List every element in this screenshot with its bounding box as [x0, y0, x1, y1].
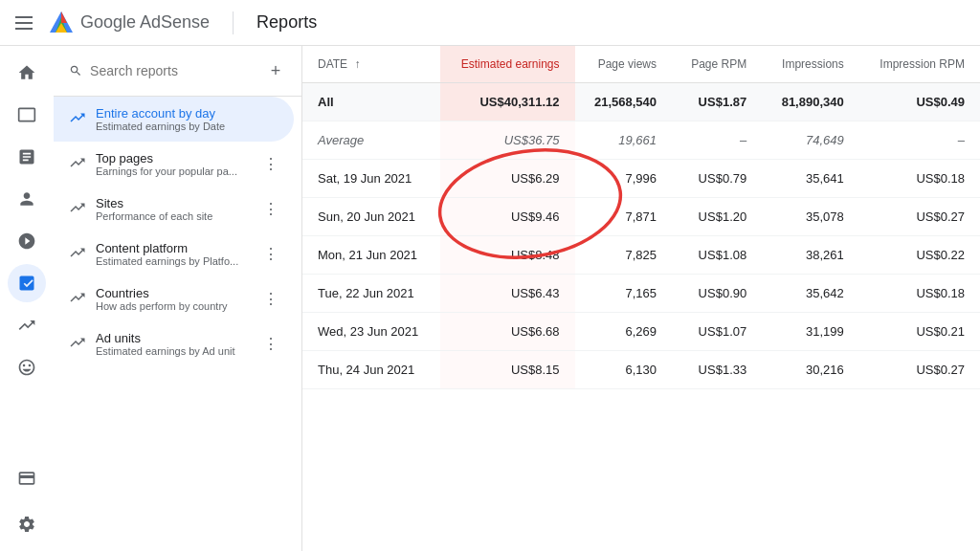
sidebar-item-text-countries: Countries How ads perform by country	[96, 286, 254, 312]
search-input[interactable]	[90, 63, 257, 78]
nav-content-icon[interactable]	[8, 138, 46, 176]
nav-block-icon[interactable]	[8, 222, 46, 260]
sidebar-item-title-sites: Sites	[96, 196, 254, 210]
sidebar-item-icon-countries	[69, 289, 86, 310]
cell-impression_rpm: US$0.27	[859, 351, 980, 389]
sidebar-item-menu-top-pages[interactable]: ⋮	[263, 155, 278, 173]
cell-impressions: 31,199	[762, 313, 859, 351]
nav-settings-icon[interactable]	[8, 505, 46, 543]
col-header-impression_rpm[interactable]: Impression RPM	[859, 46, 980, 83]
page-title: Reports	[256, 12, 317, 33]
col-header-page_views[interactable]: Page views	[575, 46, 673, 83]
cell-estimated_earnings: US$6.43	[440, 275, 575, 313]
nav-display-icon[interactable]	[8, 96, 46, 134]
table-row: AverageUS$36.7519,661–74,649–	[302, 121, 980, 160]
sidebar-item-top-pages[interactable]: Top pages Earnings for your popular pa..…	[54, 142, 294, 187]
cell-impression_rpm: US$0.18	[859, 275, 980, 313]
cell-date: Thu, 24 Jun 2021	[302, 351, 440, 389]
col-header-date[interactable]: DATE ↑	[302, 46, 440, 83]
app-header: Google AdSense Reports	[0, 0, 980, 46]
cell-estimated_earnings: US$6.68	[440, 313, 575, 351]
logo: Google AdSense	[48, 10, 210, 36]
sidebar-item-entire-account[interactable]: Entire account by day Estimated earnings…	[54, 97, 294, 142]
sidebar-item-icon-sites	[69, 199, 86, 220]
cell-estimated_earnings: US$6.29	[440, 160, 575, 198]
logo-text: Google AdSense	[80, 12, 210, 33]
nav-optimization-icon[interactable]	[8, 348, 46, 386]
cell-impression_rpm: US$0.27	[859, 198, 980, 236]
cell-page_rpm: US$1.08	[672, 236, 762, 275]
table-row: Thu, 24 Jun 2021US$8.156,130US$1.3330,21…	[302, 351, 980, 389]
sidebar-search-container: +	[54, 46, 301, 97]
cell-page_views: 7,825	[575, 236, 673, 275]
table-body: AllUS$40,311.1221,568,540US$1.8781,890,3…	[302, 83, 980, 389]
cell-page_rpm: US$1.87	[672, 83, 762, 121]
cell-impressions: 30,216	[762, 351, 859, 389]
nav-people-icon[interactable]	[8, 180, 46, 218]
sidebar: + Entire account by day Estimated earnin…	[54, 46, 302, 551]
sidebar-item-text-sites: Sites Performance of each site	[96, 196, 254, 222]
cell-impression_rpm: –	[859, 121, 980, 160]
col-header-impressions[interactable]: Impressions	[762, 46, 859, 83]
cell-estimated_earnings: US$40,311.12	[440, 83, 575, 121]
nav-payments-icon[interactable]	[8, 459, 46, 497]
cell-impressions: 81,890,340	[762, 83, 859, 121]
cell-estimated_earnings: US$9.46	[440, 198, 575, 236]
menu-icon[interactable]	[15, 16, 33, 30]
table-row: AllUS$40,311.1221,568,540US$1.8781,890,3…	[302, 83, 980, 121]
nav-home-icon[interactable]	[8, 54, 46, 92]
cell-impression_rpm: US$0.22	[859, 236, 980, 275]
cell-date: Sun, 20 Jun 2021	[302, 198, 440, 236]
table-row: Tue, 22 Jun 2021US$6.437,165US$0.9035,64…	[302, 275, 980, 313]
cell-page_rpm: –	[672, 121, 762, 160]
cell-page_views: 6,130	[575, 351, 673, 389]
sidebar-item-sites[interactable]: Sites Performance of each site ⋮	[54, 187, 294, 231]
cell-impression_rpm: US$0.21	[859, 313, 980, 351]
sidebar-item-sub-sites: Performance of each site	[96, 210, 254, 222]
nav-trending-icon[interactable]	[8, 306, 46, 344]
cell-impressions: 35,642	[762, 275, 859, 313]
table-row: Wed, 23 Jun 2021US$6.686,269US$1.0731,19…	[302, 313, 980, 351]
sidebar-item-title-content-platform: Content platform	[96, 241, 254, 255]
cell-impressions: 35,078	[762, 198, 859, 236]
nav-reports-icon[interactable]	[8, 264, 46, 302]
cell-date: Tue, 22 Jun 2021	[302, 275, 440, 313]
cell-estimated_earnings: US$8.15	[440, 351, 575, 389]
table-row: Sun, 20 Jun 2021US$9.467,871US$1.2035,07…	[302, 198, 980, 236]
add-report-button[interactable]: +	[265, 57, 286, 84]
cell-impressions: 74,649	[762, 121, 859, 160]
search-icon	[69, 62, 82, 79]
sidebar-item-menu-ad-units[interactable]: ⋮	[263, 335, 278, 353]
sidebar-item-menu-countries[interactable]: ⋮	[263, 290, 278, 308]
cell-page_views: 21,568,540	[575, 83, 673, 121]
col-header-estimated_earnings[interactable]: Estimated earnings	[440, 46, 575, 83]
cell-page_rpm: US$1.20	[672, 198, 762, 236]
cell-page_rpm: US$1.07	[672, 313, 762, 351]
sidebar-item-title-top-pages: Top pages	[96, 151, 254, 165]
cell-impressions: 38,261	[762, 236, 859, 275]
sidebar-item-menu-sites[interactable]: ⋮	[263, 200, 278, 218]
sidebar-item-menu-content-platform[interactable]: ⋮	[263, 245, 278, 263]
cell-page_views: 7,165	[575, 275, 673, 313]
sidebar-item-text-ad-units: Ad units Estimated earnings by Ad unit	[96, 331, 254, 357]
sidebar-items-container: Entire account by day Estimated earnings…	[54, 97, 301, 366]
cell-impression_rpm: US$0.49	[859, 83, 980, 121]
sidebar-item-text-top-pages: Top pages Earnings for your popular pa..…	[96, 151, 254, 177]
cell-date: All	[302, 83, 440, 121]
sidebar-item-ad-units[interactable]: Ad units Estimated earnings by Ad unit ⋮	[54, 321, 294, 366]
table-row: Sat, 19 Jun 2021US$6.297,996US$0.7935,64…	[302, 160, 980, 198]
cell-page_rpm: US$0.79	[672, 160, 762, 198]
col-header-page_rpm[interactable]: Page RPM	[672, 46, 762, 83]
sidebar-item-content-platform[interactable]: Content platform Estimated earnings by P…	[54, 231, 294, 276]
google-logo-icon	[48, 10, 75, 36]
sidebar-item-icon-ad-units	[69, 334, 86, 355]
sidebar-item-icon-content-platform	[69, 244, 86, 265]
nav-icons	[0, 46, 54, 551]
sort-arrow: ↑	[354, 57, 360, 71]
content-area: DATE ↑Estimated earningsPage viewsPage R…	[302, 46, 980, 551]
sidebar-item-sub-countries: How ads perform by country	[96, 300, 254, 312]
sidebar-item-sub-content-platform: Estimated earnings by Platfo...	[96, 255, 254, 267]
cell-estimated_earnings: US$36.75	[440, 121, 575, 160]
sidebar-item-countries[interactable]: Countries How ads perform by country ⋮	[54, 276, 294, 321]
sidebar-item-text-entire-account: Entire account by day Estimated earnings…	[96, 106, 278, 132]
